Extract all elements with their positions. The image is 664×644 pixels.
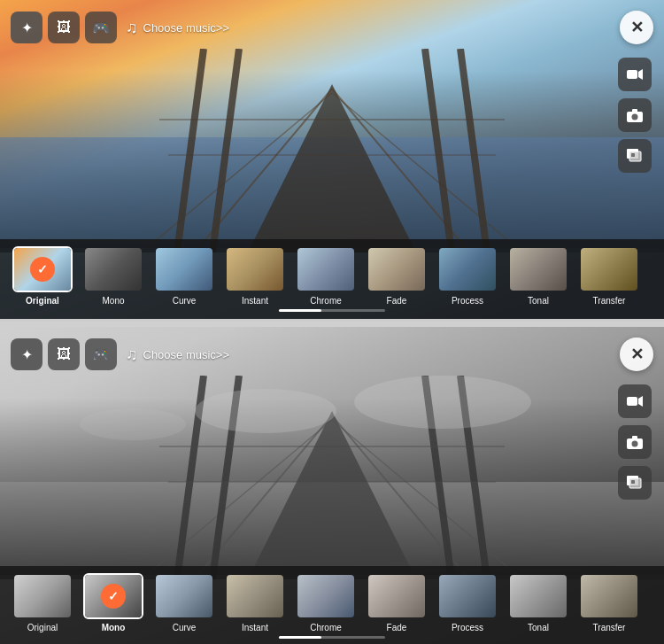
filter-items-bw: Original ✓ Mono Curve Instant bbox=[0, 573, 664, 632]
filter-curve[interactable]: Curve bbox=[149, 246, 220, 306]
music-note-icon: ♫ bbox=[126, 19, 138, 37]
svg-marker-36 bbox=[638, 396, 643, 407]
filter-original[interactable]: ✓ Original bbox=[7, 246, 78, 306]
filter-label-chrome-bw: Chrome bbox=[310, 623, 342, 632]
progress-bar-bw bbox=[279, 636, 385, 639]
filter-strip-bw: Original ✓ Mono Curve Instant bbox=[0, 566, 664, 644]
filter-original-bw[interactable]: Original bbox=[7, 573, 78, 632]
svg-rect-41 bbox=[629, 478, 641, 488]
progress-fill-bw bbox=[279, 636, 321, 639]
svg-point-38 bbox=[632, 441, 638, 447]
panel-bw: ✦ 🖼 🎮 ♫ Choose music>> ✕ bbox=[0, 327, 664, 644]
filter-process-bw[interactable]: Process bbox=[432, 573, 503, 632]
camera-icon bbox=[627, 108, 643, 122]
layers-icon-bw bbox=[627, 476, 643, 490]
close-button-bw[interactable]: ✕ bbox=[620, 338, 653, 371]
filter-thumb-tonal-bw bbox=[508, 573, 568, 619]
layers-button[interactable] bbox=[618, 139, 652, 173]
filter-label-curve-bw: Curve bbox=[173, 623, 197, 632]
filter-thumb-chrome bbox=[296, 246, 356, 292]
filter-label-curve: Curve bbox=[173, 296, 197, 306]
layers-button-bw[interactable] bbox=[618, 466, 652, 500]
music-button[interactable]: ♫ Choose music>> bbox=[126, 19, 229, 37]
filter-chrome[interactable]: Chrome bbox=[290, 246, 361, 306]
svg-rect-12 bbox=[627, 70, 637, 79]
filter-thumb-fade bbox=[367, 246, 427, 292]
svg-rect-16 bbox=[632, 109, 637, 113]
record-icon-bw bbox=[627, 395, 643, 407]
filter-label-original-bw: Original bbox=[27, 623, 58, 632]
record-button[interactable] bbox=[618, 58, 652, 91]
selected-checkmark-bw: ✓ bbox=[101, 584, 126, 609]
top-toolbar: ✦ 🖼 🎮 ♫ Choose music>> ✕ bbox=[11, 11, 653, 44]
filter-tonal[interactable]: Tonal bbox=[503, 246, 574, 306]
filter-thumb-original-bw bbox=[12, 573, 73, 619]
filter-thumb-fade-bw bbox=[367, 573, 427, 619]
toolbar-icons-bw: ✦ 🖼 🎮 bbox=[11, 338, 117, 370]
filter-label-tonal-bw: Tonal bbox=[528, 623, 549, 632]
filter-thumb-curve-bw bbox=[154, 573, 214, 619]
filter-chrome-bw[interactable]: Chrome bbox=[290, 573, 361, 632]
filter-transfer[interactable]: Transfer bbox=[574, 246, 645, 306]
filter-transfer-bw[interactable]: Transfer bbox=[574, 573, 645, 632]
filter-label-process-bw: Process bbox=[452, 623, 483, 632]
music-note-icon-bw: ♫ bbox=[126, 345, 138, 364]
bridge-illustration bbox=[0, 49, 664, 252]
svg-point-32 bbox=[195, 389, 336, 433]
svg-rect-39 bbox=[632, 436, 637, 439]
camera-button[interactable] bbox=[618, 98, 652, 132]
progress-bar-wrap-bw bbox=[0, 636, 664, 639]
bridge-illustration-bw bbox=[0, 376, 664, 579]
svg-rect-19 bbox=[631, 153, 635, 157]
selected-checkmark: ✓ bbox=[30, 257, 55, 282]
camera-icon-bw bbox=[627, 435, 643, 449]
filter-thumb-transfer bbox=[579, 246, 639, 292]
record-button-bw[interactable] bbox=[618, 384, 652, 418]
svg-point-34 bbox=[80, 408, 186, 440]
toolbar-icons: ✦ 🖼 🎮 bbox=[11, 12, 117, 43]
filter-fade-bw[interactable]: Fade bbox=[361, 573, 432, 632]
progress-bar-wrap bbox=[0, 309, 664, 312]
filter-label-tonal: Tonal bbox=[528, 296, 549, 306]
record-icon bbox=[627, 68, 643, 81]
filter-label-instant-bw: Instant bbox=[242, 623, 268, 632]
filter-label-transfer-bw: Transfer bbox=[593, 623, 626, 632]
filter-curve-bw[interactable]: Curve bbox=[149, 573, 220, 632]
photo-button-bw[interactable]: 🖼 bbox=[48, 338, 80, 370]
svg-marker-13 bbox=[638, 69, 643, 80]
filter-thumb-process bbox=[437, 246, 498, 292]
filter-thumb-mono-bw: ✓ bbox=[83, 573, 143, 619]
filter-mono-bw[interactable]: ✓ Mono bbox=[78, 573, 149, 632]
music-label[interactable]: Choose music>> bbox=[143, 21, 230, 35]
panel-color: ✦ 🖼 🎮 ♫ Choose music>> ✕ bbox=[0, 0, 664, 322]
photo-button[interactable]: 🖼 bbox=[48, 12, 80, 43]
music-label-bw[interactable]: Choose music>> bbox=[143, 348, 230, 361]
filter-label-process: Process bbox=[452, 296, 483, 306]
svg-rect-18 bbox=[629, 151, 641, 161]
filter-thumb-tonal bbox=[508, 246, 568, 292]
filter-label-original: Original bbox=[26, 296, 59, 306]
magic-wand-button-bw[interactable]: ✦ bbox=[11, 338, 42, 370]
music-button-bw[interactable]: ♫ Choose music>> bbox=[126, 345, 229, 364]
filter-thumb-chrome-bw bbox=[296, 573, 356, 619]
filter-process[interactable]: Process bbox=[432, 246, 503, 306]
filter-thumb-mono bbox=[83, 246, 143, 292]
filter-instant-bw[interactable]: Instant bbox=[220, 573, 290, 632]
filter-mono[interactable]: Mono bbox=[78, 246, 149, 306]
svg-point-15 bbox=[632, 114, 638, 120]
camera-button-bw[interactable] bbox=[618, 425, 652, 459]
filter-thumb-instant-bw bbox=[225, 573, 285, 619]
magic-wand-button[interactable]: ✦ bbox=[11, 12, 42, 43]
layers-icon bbox=[627, 149, 643, 163]
filter-label-mono: Mono bbox=[102, 296, 124, 306]
game-button-bw[interactable]: 🎮 bbox=[85, 338, 117, 370]
close-button[interactable]: ✕ bbox=[620, 11, 653, 44]
filter-thumb-instant bbox=[225, 246, 285, 292]
filter-tonal-bw[interactable]: Tonal bbox=[503, 573, 574, 632]
filter-instant[interactable]: Instant bbox=[220, 246, 290, 306]
game-button[interactable]: 🎮 bbox=[85, 12, 117, 43]
filter-label-fade-bw: Fade bbox=[387, 623, 407, 632]
filter-label-chrome: Chrome bbox=[310, 296, 342, 306]
filter-fade[interactable]: Fade bbox=[361, 246, 432, 306]
svg-rect-42 bbox=[631, 480, 635, 484]
